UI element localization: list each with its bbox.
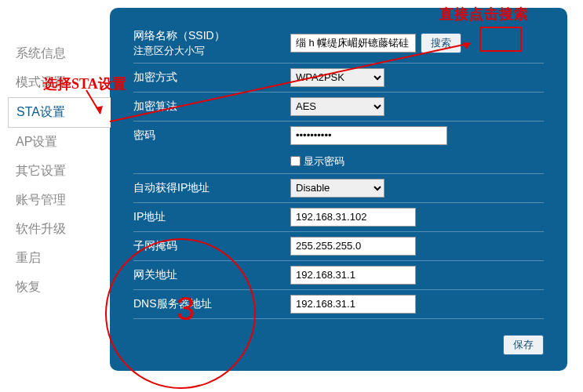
sidebar-item-mode[interactable]: 模式设置: [8, 68, 110, 97]
sidebar-item-upgrade[interactable]: 软件升级: [8, 215, 110, 244]
sidebar-item-other[interactable]: 其它设置: [8, 157, 110, 186]
main-panel: 网络名称（SSID） 注意区分大小写 搜索 加密方式 WPA2PSK 加密算法 …: [110, 8, 567, 371]
ssid-label: 网络名称（SSID） 注意区分大小写: [133, 28, 290, 58]
enc-algo-select[interactable]: AES: [290, 97, 384, 116]
gateway-label: 网关地址: [133, 267, 290, 283]
gateway-input[interactable]: [290, 266, 416, 285]
ip-label: IP地址: [133, 209, 290, 225]
password-input[interactable]: [290, 126, 447, 145]
show-password-checkbox[interactable]: [290, 156, 301, 166]
show-password-label: 显示密码: [304, 154, 344, 169]
dns-input[interactable]: [290, 295, 416, 314]
sidebar: 系统信息 模式设置 STA设置 AP设置 其它设置 账号管理 软件升级 重启 恢…: [0, 8, 110, 371]
enc-method-label: 加密方式: [133, 70, 290, 85]
mask-input[interactable]: [290, 237, 416, 256]
sidebar-item-account[interactable]: 账号管理: [8, 186, 110, 215]
sidebar-item-sysinfo[interactable]: 系统信息: [8, 39, 110, 68]
dns-label: DNS服务器地址: [133, 296, 290, 312]
mask-label: 子网掩码: [133, 238, 290, 254]
sidebar-item-reboot[interactable]: 重启: [8, 244, 110, 273]
save-button[interactable]: 保存: [503, 335, 544, 355]
sidebar-item-restore[interactable]: 恢复: [8, 273, 110, 302]
sidebar-item-sta[interactable]: STA设置: [8, 97, 111, 128]
ssid-input[interactable]: [290, 34, 416, 53]
sidebar-item-ap[interactable]: AP设置: [8, 128, 110, 157]
auto-ip-label: 自动获得IP地址: [133, 180, 290, 196]
password-label: 密码: [133, 128, 290, 143]
enc-method-select[interactable]: WPA2PSK: [290, 68, 384, 87]
auto-ip-select[interactable]: Disable: [290, 179, 384, 198]
enc-algo-label: 加密算法: [133, 99, 290, 114]
ip-input[interactable]: [290, 208, 416, 227]
search-button[interactable]: 搜索: [421, 33, 461, 53]
